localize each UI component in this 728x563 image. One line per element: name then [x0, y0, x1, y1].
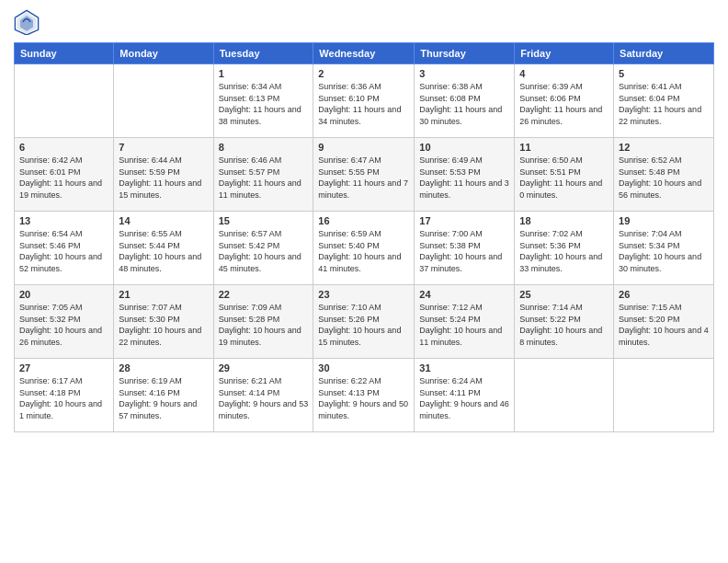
calendar-cell: 26Sunrise: 7:15 AM Sunset: 5:20 PM Dayli…: [614, 285, 714, 359]
day-info: Sunrise: 6:55 AM Sunset: 5:44 PM Dayligh…: [119, 228, 208, 274]
calendar-cell: 21Sunrise: 7:07 AM Sunset: 5:30 PM Dayli…: [114, 285, 213, 359]
day-header-friday: Friday: [515, 43, 614, 64]
day-info: Sunrise: 6:59 AM Sunset: 5:40 PM Dayligh…: [318, 228, 409, 274]
day-number: 4: [519, 68, 609, 79]
calendar-cell: 31Sunrise: 6:24 AM Sunset: 4:11 PM Dayli…: [415, 359, 515, 432]
main-container: SundayMondayTuesdayWednesdayThursdayFrid…: [0, 0, 728, 442]
day-info: Sunrise: 7:02 AM Sunset: 5:36 PM Dayligh…: [519, 228, 609, 274]
calendar-cell: 13Sunrise: 6:54 AM Sunset: 5:46 PM Dayli…: [15, 212, 114, 285]
day-number: 8: [219, 142, 309, 153]
calendar-cell: 1Sunrise: 6:34 AM Sunset: 6:13 PM Daylig…: [213, 64, 313, 138]
day-number: 30: [318, 362, 409, 373]
calendar-body: 1Sunrise: 6:34 AM Sunset: 6:13 PM Daylig…: [15, 64, 714, 432]
day-number: 26: [619, 289, 709, 300]
calendar-week-2: 6Sunrise: 6:42 AM Sunset: 6:01 PM Daylig…: [15, 138, 714, 212]
day-info: Sunrise: 6:39 AM Sunset: 6:06 PM Dayligh…: [519, 81, 609, 127]
day-info: Sunrise: 6:22 AM Sunset: 4:13 PM Dayligh…: [318, 375, 409, 421]
day-number: 20: [19, 289, 108, 300]
day-info: Sunrise: 6:52 AM Sunset: 5:48 PM Dayligh…: [619, 155, 709, 201]
calendar-cell: 4Sunrise: 6:39 AM Sunset: 6:06 PM Daylig…: [515, 64, 614, 138]
day-info: Sunrise: 6:36 AM Sunset: 6:10 PM Dayligh…: [318, 81, 409, 127]
day-number: 27: [19, 362, 108, 373]
calendar-cell: 6Sunrise: 6:42 AM Sunset: 6:01 PM Daylig…: [15, 138, 114, 212]
calendar-cell: 3Sunrise: 6:38 AM Sunset: 6:08 PM Daylig…: [415, 64, 515, 138]
calendar-cell: 2Sunrise: 6:36 AM Sunset: 6:10 PM Daylig…: [313, 64, 415, 138]
day-info: Sunrise: 6:42 AM Sunset: 6:01 PM Dayligh…: [19, 155, 108, 201]
day-info: Sunrise: 7:00 AM Sunset: 5:38 PM Dayligh…: [419, 228, 509, 274]
day-number: 16: [318, 215, 409, 226]
calendar-cell: 12Sunrise: 6:52 AM Sunset: 5:48 PM Dayli…: [614, 138, 714, 212]
day-number: 1: [219, 68, 309, 79]
day-number: 15: [219, 215, 309, 226]
day-number: 3: [419, 68, 509, 79]
calendar-cell: 17Sunrise: 7:00 AM Sunset: 5:38 PM Dayli…: [415, 212, 515, 285]
day-info: Sunrise: 7:14 AM Sunset: 5:22 PM Dayligh…: [519, 302, 609, 348]
day-number: 24: [419, 289, 509, 300]
day-number: 21: [119, 289, 208, 300]
calendar-cell: 5Sunrise: 6:41 AM Sunset: 6:04 PM Daylig…: [614, 64, 714, 138]
calendar-cell: 19Sunrise: 7:04 AM Sunset: 5:34 PM Dayli…: [614, 212, 714, 285]
day-info: Sunrise: 6:17 AM Sunset: 4:18 PM Dayligh…: [19, 375, 108, 421]
day-header-thursday: Thursday: [415, 43, 515, 64]
day-header-saturday: Saturday: [614, 43, 714, 64]
day-info: Sunrise: 6:46 AM Sunset: 5:57 PM Dayligh…: [219, 155, 309, 201]
logo: [14, 9, 43, 35]
day-header-sunday: Sunday: [15, 43, 114, 64]
calendar-cell: 27Sunrise: 6:17 AM Sunset: 4:18 PM Dayli…: [15, 359, 114, 432]
day-info: Sunrise: 7:10 AM Sunset: 5:26 PM Dayligh…: [318, 302, 409, 348]
day-number: 17: [419, 215, 509, 226]
logo-icon: [14, 9, 40, 35]
day-info: Sunrise: 6:24 AM Sunset: 4:11 PM Dayligh…: [419, 375, 509, 421]
calendar-cell: 14Sunrise: 6:55 AM Sunset: 5:44 PM Dayli…: [114, 212, 213, 285]
day-info: Sunrise: 6:57 AM Sunset: 5:42 PM Dayligh…: [219, 228, 309, 274]
day-info: Sunrise: 6:21 AM Sunset: 4:14 PM Dayligh…: [219, 375, 309, 421]
calendar-week-5: 27Sunrise: 6:17 AM Sunset: 4:18 PM Dayli…: [15, 359, 714, 432]
day-number: 14: [119, 215, 208, 226]
day-number: 7: [119, 142, 208, 153]
day-info: Sunrise: 6:54 AM Sunset: 5:46 PM Dayligh…: [19, 228, 108, 274]
day-info: Sunrise: 7:15 AM Sunset: 5:20 PM Dayligh…: [619, 302, 709, 348]
day-number: 23: [318, 289, 409, 300]
day-info: Sunrise: 6:19 AM Sunset: 4:16 PM Dayligh…: [119, 375, 208, 421]
day-number: 12: [619, 142, 709, 153]
day-number: 10: [419, 142, 509, 153]
day-info: Sunrise: 7:05 AM Sunset: 5:32 PM Dayligh…: [19, 302, 108, 348]
day-info: Sunrise: 7:04 AM Sunset: 5:34 PM Dayligh…: [619, 228, 709, 274]
calendar-cell: 29Sunrise: 6:21 AM Sunset: 4:14 PM Dayli…: [213, 359, 313, 432]
day-number: 2: [318, 68, 409, 79]
day-number: 22: [219, 289, 309, 300]
calendar-cell: 24Sunrise: 7:12 AM Sunset: 5:24 PM Dayli…: [415, 285, 515, 359]
calendar-cell: 7Sunrise: 6:44 AM Sunset: 5:59 PM Daylig…: [114, 138, 213, 212]
calendar-cell: 28Sunrise: 6:19 AM Sunset: 4:16 PM Dayli…: [114, 359, 213, 432]
day-number: 6: [19, 142, 108, 153]
header-row: SundayMondayTuesdayWednesdayThursdayFrid…: [15, 43, 714, 64]
calendar-cell: 9Sunrise: 6:47 AM Sunset: 5:55 PM Daylig…: [313, 138, 415, 212]
day-header-monday: Monday: [114, 43, 213, 64]
calendar-cell: 16Sunrise: 6:59 AM Sunset: 5:40 PM Dayli…: [313, 212, 415, 285]
day-info: Sunrise: 6:49 AM Sunset: 5:53 PM Dayligh…: [419, 155, 509, 201]
day-info: Sunrise: 6:44 AM Sunset: 5:59 PM Dayligh…: [119, 155, 208, 201]
day-number: 29: [219, 362, 309, 373]
calendar-cell: 20Sunrise: 7:05 AM Sunset: 5:32 PM Dayli…: [15, 285, 114, 359]
calendar-cell: 18Sunrise: 7:02 AM Sunset: 5:36 PM Dayli…: [515, 212, 614, 285]
header: [14, 9, 714, 35]
calendar-cell: 25Sunrise: 7:14 AM Sunset: 5:22 PM Dayli…: [515, 285, 614, 359]
calendar-cell: [114, 64, 213, 138]
day-number: 5: [619, 68, 709, 79]
calendar-week-4: 20Sunrise: 7:05 AM Sunset: 5:32 PM Dayli…: [15, 285, 714, 359]
calendar-cell: 15Sunrise: 6:57 AM Sunset: 5:42 PM Dayli…: [213, 212, 313, 285]
calendar-table: SundayMondayTuesdayWednesdayThursdayFrid…: [14, 42, 714, 432]
day-info: Sunrise: 7:07 AM Sunset: 5:30 PM Dayligh…: [119, 302, 208, 348]
calendar-week-1: 1Sunrise: 6:34 AM Sunset: 6:13 PM Daylig…: [15, 64, 714, 138]
day-info: Sunrise: 6:47 AM Sunset: 5:55 PM Dayligh…: [318, 155, 409, 201]
day-info: Sunrise: 7:12 AM Sunset: 5:24 PM Dayligh…: [419, 302, 509, 348]
day-number: 28: [119, 362, 208, 373]
calendar-cell: [515, 359, 614, 432]
calendar-cell: 10Sunrise: 6:49 AM Sunset: 5:53 PM Dayli…: [415, 138, 515, 212]
calendar-cell: 8Sunrise: 6:46 AM Sunset: 5:57 PM Daylig…: [213, 138, 313, 212]
day-number: 18: [519, 215, 609, 226]
day-number: 19: [619, 215, 709, 226]
day-number: 9: [318, 142, 409, 153]
calendar-week-3: 13Sunrise: 6:54 AM Sunset: 5:46 PM Dayli…: [15, 212, 714, 285]
day-number: 25: [519, 289, 609, 300]
